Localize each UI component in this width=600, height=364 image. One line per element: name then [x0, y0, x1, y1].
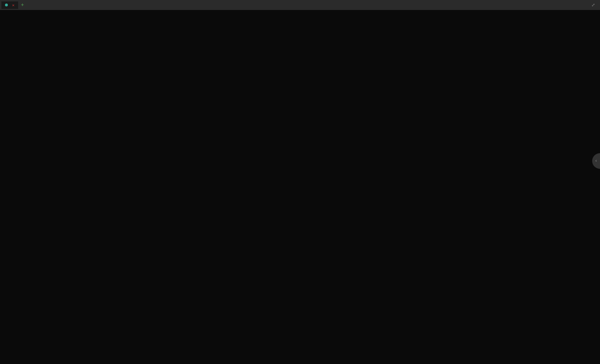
- add-tab-button[interactable]: +: [21, 2, 24, 8]
- tab-local-server[interactable]: ✕: [1, 1, 18, 9]
- tab-bar: ✕ + ⤢: [0, 0, 600, 10]
- close-icon[interactable]: ✕: [12, 3, 15, 7]
- terminal: [0, 10, 600, 63]
- status-dot-icon: [5, 4, 8, 6]
- side-handle[interactable]: ‹: [592, 153, 600, 169]
- expand-icon[interactable]: ⤢: [591, 2, 595, 8]
